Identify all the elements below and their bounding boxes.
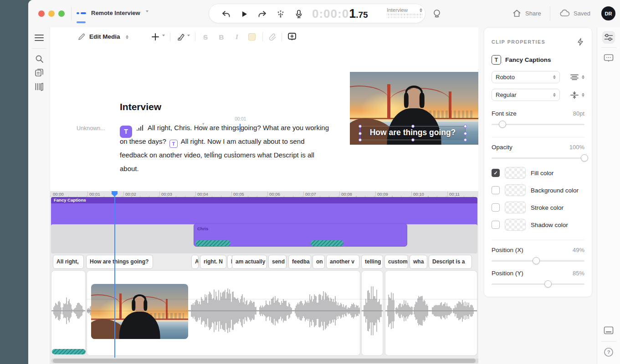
resize-handle[interactable]	[464, 132, 467, 135]
word-chip[interactable]: right. N	[200, 255, 226, 269]
edit-mode-button[interactable]	[77, 32, 87, 42]
avatar[interactable]: DR	[601, 6, 615, 20]
word-chip[interactable]: How are things going?	[86, 255, 153, 269]
highlight-range[interactable]	[52, 349, 86, 354]
insert-chevron-icon[interactable]	[162, 36, 165, 45]
zoom-button[interactable]	[58, 10, 65, 17]
resize-handle[interactable]	[411, 125, 415, 128]
resize-handle[interactable]	[464, 125, 467, 128]
tips-button[interactable]	[432, 8, 442, 19]
slider-knob[interactable]	[544, 280, 552, 288]
insert-button[interactable]	[150, 32, 160, 42]
word-chip[interactable]: A	[191, 255, 199, 269]
word-chip[interactable]: send	[268, 255, 287, 269]
vertical-align-icon[interactable]	[570, 91, 579, 99]
color-checkbox[interactable]	[492, 186, 500, 194]
play-button[interactable]	[239, 9, 249, 19]
scrollbar-thumb[interactable]	[53, 359, 476, 363]
slider-knob[interactable]	[533, 257, 540, 264]
project-title[interactable]: Remote Interview	[91, 10, 140, 16]
highlight-range[interactable]	[195, 240, 231, 246]
timeline-scrollbar[interactable]	[51, 359, 478, 363]
word-chip[interactable]: wha	[410, 255, 427, 269]
lightning-icon[interactable]	[576, 38, 584, 46]
transcript-line: on these days?TAll right. Now I am actua…	[120, 135, 357, 148]
pen-chevron-icon[interactable]	[187, 36, 190, 45]
color-swatch[interactable]	[505, 202, 526, 213]
redo-button[interactable]	[257, 9, 267, 19]
color-checkbox[interactable]	[492, 221, 500, 229]
color-swatch[interactable]	[505, 167, 526, 179]
add-comment-button[interactable]	[287, 32, 297, 42]
mode-chevron-icon[interactable]	[126, 35, 128, 39]
color-swatch[interactable]	[505, 219, 526, 231]
transcript-paragraph[interactable]: ▾ ▾ ▾ TAll right, Chris. How are things0…	[120, 121, 357, 176]
minimize-button[interactable]	[48, 10, 55, 17]
resize-handle[interactable]	[411, 138, 415, 142]
word-chip[interactable]: telling	[361, 255, 383, 269]
track-selector[interactable]: Interview	[387, 7, 422, 18]
pages-button[interactable]	[34, 67, 44, 77]
share-button[interactable]: Share	[512, 9, 541, 18]
caption-text[interactable]: How are things going?	[360, 128, 465, 137]
search-button[interactable]	[34, 54, 44, 64]
help-button[interactable]: ?	[602, 346, 615, 359]
close-button[interactable]	[38, 10, 45, 17]
word-chip[interactable]: Descript is a	[429, 255, 472, 269]
pen-tool-button[interactable]	[176, 32, 186, 42]
speaker-clip[interactable]: Chris	[194, 223, 407, 247]
word-chip[interactable]: on	[313, 255, 325, 269]
properties-panel-button[interactable]	[602, 31, 615, 44]
resize-handle[interactable]	[359, 125, 362, 128]
menu-button[interactable]	[34, 33, 44, 43]
comments-panel-button[interactable]	[602, 52, 615, 65]
record-button[interactable]	[294, 9, 304, 19]
position-y-slider[interactable]	[492, 280, 584, 288]
timeline[interactable]: 00:0000:0100:0200:0300:0400:0500:0600:07…	[50, 191, 478, 364]
word-chip[interactable]: custom	[384, 255, 408, 269]
playhead-line[interactable]	[114, 191, 115, 358]
video-preview[interactable]: How are things going?	[350, 72, 478, 145]
word-chip[interactable]: All right,	[53, 255, 84, 269]
text-align-icon[interactable]	[570, 74, 579, 81]
chevron-updown-icon[interactable]	[582, 75, 584, 79]
audio-clip-card[interactable]	[385, 270, 477, 356]
color-swatch[interactable]	[505, 184, 526, 196]
slider-knob[interactable]	[581, 154, 588, 162]
bottom-panel-button[interactable]	[602, 324, 615, 337]
document-title[interactable]: Interview	[120, 101, 161, 112]
italic-button[interactable]: I	[232, 32, 242, 42]
font-family-select[interactable]: Roboto	[492, 71, 560, 83]
resize-handle[interactable]	[359, 132, 362, 135]
highlight-range[interactable]	[311, 240, 343, 246]
slider-knob[interactable]	[499, 121, 506, 128]
resize-handle[interactable]	[464, 138, 467, 142]
speaker-label[interactable]: Unknown...	[77, 125, 105, 131]
font-size-slider[interactable]	[492, 121, 584, 128]
caption-card-icon-outline[interactable]: T	[169, 140, 178, 148]
chevron-down-icon[interactable]	[146, 12, 149, 20]
effects-button[interactable]	[276, 9, 286, 19]
undo-button[interactable]	[221, 9, 231, 19]
chevron-updown-icon[interactable]	[582, 93, 584, 97]
strikethrough-button[interactable]: S	[200, 32, 210, 42]
video-thumbnail[interactable]	[91, 284, 188, 339]
color-checkbox[interactable]	[492, 203, 500, 212]
color-checkbox[interactable]: ✓	[492, 169, 500, 177]
highlight-button[interactable]	[247, 32, 257, 42]
mode-label[interactable]: Edit Media	[89, 33, 120, 40]
word-chip[interactable]: am actually	[232, 255, 267, 269]
font-weight-select[interactable]: Regular	[492, 89, 560, 101]
word-chip[interactable]: feedba	[288, 255, 311, 269]
divider	[492, 137, 584, 137]
audio-clip-card[interactable]	[361, 270, 383, 356]
caption-selection-box[interactable]: How are things going?	[360, 126, 466, 140]
attachment-button[interactable]	[268, 32, 278, 42]
bold-button[interactable]: B	[216, 32, 226, 42]
word-chip[interactable]: another v	[326, 255, 359, 269]
opacity-slider[interactable]	[492, 154, 584, 162]
audio-clip-card[interactable]	[51, 270, 86, 356]
resize-handle[interactable]	[359, 138, 362, 142]
position-x-slider[interactable]	[492, 257, 584, 264]
library-button[interactable]	[34, 81, 44, 91]
